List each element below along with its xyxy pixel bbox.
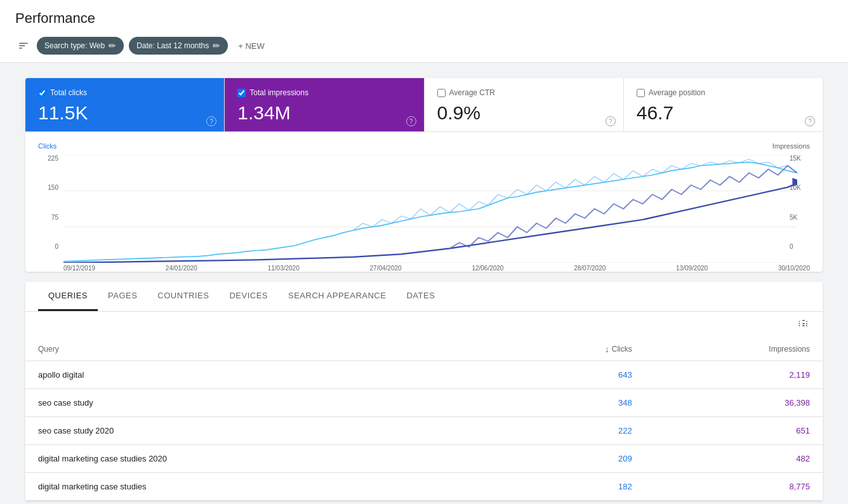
search-type-chip[interactable]: Search type: Web ✏ xyxy=(37,37,124,55)
query-cell: seo case study 2020 xyxy=(25,417,504,445)
metric-average-ctr[interactable]: Average CTR 0.9% ? xyxy=(425,78,624,131)
chart-right-label: Impressions xyxy=(772,142,810,150)
clicks-checkbox[interactable] xyxy=(38,89,46,97)
position-value: 46.7 xyxy=(637,102,810,124)
clicks-label: Total clicks xyxy=(50,88,87,97)
tabs-card: QUERIES PAGES COUNTRIES DEVICES SEARCH A… xyxy=(25,282,823,501)
impressions-label: Total impressions xyxy=(249,88,308,97)
table-row[interactable]: seo case study 348 36,398 xyxy=(25,389,823,417)
tab-countries[interactable]: COUNTRIES xyxy=(147,282,219,311)
page-title: Performance xyxy=(15,10,833,27)
position-checkbox[interactable] xyxy=(637,89,645,97)
filter-table-button[interactable] xyxy=(797,317,810,333)
toolbar: Search type: Web ✏ Date: Last 12 months … xyxy=(15,37,833,62)
y-axis-right: 15K 10K 5K 0 xyxy=(790,155,810,250)
impressions-cell: 8,775 xyxy=(645,473,823,501)
ctr-help-icon[interactable]: ? xyxy=(606,116,616,126)
position-label: Average position xyxy=(649,88,705,97)
new-button[interactable]: + NEW xyxy=(233,37,270,55)
impressions-checkbox[interactable] xyxy=(237,89,246,97)
metric-total-impressions[interactable]: Total impressions 1.34M ? xyxy=(225,78,424,131)
impressions-cell: 2,119 xyxy=(645,361,823,389)
query-cell: apollo digital xyxy=(25,361,504,389)
col-query-header: Query xyxy=(25,338,504,361)
metrics-card: Total clicks 11.5K ? Total impressions 1… xyxy=(25,78,823,272)
col-clicks-header[interactable]: ↓ Clicks xyxy=(504,338,645,361)
clicks-cell: 348 xyxy=(504,389,645,417)
filter-icon-button[interactable] xyxy=(15,37,32,54)
y-axis-left: 225 150 75 0 xyxy=(38,155,58,250)
clicks-help-icon[interactable]: ? xyxy=(206,116,216,126)
ctr-value: 0.9% xyxy=(437,102,611,124)
edit-icon: ✏ xyxy=(213,41,220,51)
metric-total-clicks[interactable]: Total clicks 11.5K ? xyxy=(25,78,225,131)
clicks-cell: 209 xyxy=(504,445,645,473)
chart-svg xyxy=(63,155,797,263)
tab-pages[interactable]: PAGES xyxy=(98,282,147,311)
tab-dates[interactable]: DATES xyxy=(396,282,445,311)
query-cell: seo case study xyxy=(25,389,504,417)
chart-left-label: Clicks xyxy=(38,142,56,150)
chart-area: Clicks Impressions 225 150 75 0 15K 10K … xyxy=(25,132,823,272)
date-chip[interactable]: Date: Last 12 months ✏ xyxy=(129,37,228,55)
metrics-row: Total clicks 11.5K ? Total impressions 1… xyxy=(25,78,823,132)
ctr-checkbox[interactable] xyxy=(437,89,446,97)
data-table: Query ↓ Clicks Impressions apollo digita… xyxy=(25,338,823,501)
impressions-cell: 36,398 xyxy=(645,389,823,417)
clicks-cell: 182 xyxy=(504,473,645,501)
edit-icon: ✏ xyxy=(109,41,116,51)
col-impressions-header: Impressions xyxy=(645,338,823,361)
impressions-cell: 482 xyxy=(645,445,823,473)
table-row[interactable]: seo case study 2020 222 651 xyxy=(25,417,823,445)
impressions-value: 1.34M xyxy=(237,102,411,124)
clicks-value: 11.5K xyxy=(38,102,211,124)
query-cell: digital marketing case studies 2020 xyxy=(25,445,504,473)
table-row[interactable]: digital marketing case studies 182 8,775 xyxy=(25,473,823,501)
tabs-row: QUERIES PAGES COUNTRIES DEVICES SEARCH A… xyxy=(25,282,823,312)
position-help-icon[interactable]: ? xyxy=(805,116,815,126)
sort-arrow-icon: ↓ xyxy=(605,344,609,354)
impressions-cell: 651 xyxy=(645,417,823,445)
impressions-help-icon[interactable]: ? xyxy=(406,116,416,126)
table-row[interactable]: apollo digital 643 2,119 xyxy=(25,361,823,389)
table-toolbar xyxy=(25,312,823,338)
metric-average-position[interactable]: Average position 46.7 ? xyxy=(624,78,823,131)
query-cell: digital marketing case studies xyxy=(25,473,504,501)
table-row[interactable]: digital marketing case studies 2020 209 … xyxy=(25,445,823,473)
clicks-cell: 222 xyxy=(504,417,645,445)
page-header: Performance Search type: Web ✏ Date: Las… xyxy=(0,0,848,63)
x-axis-labels: 09/12/2019 24/01/2020 11/03/2020 27/04/2… xyxy=(38,265,810,272)
clicks-cell: 643 xyxy=(504,361,645,389)
tab-search-appearance[interactable]: SEARCH APPEARANCE xyxy=(278,282,396,311)
ctr-label: Average CTR xyxy=(449,88,495,97)
main-content: Total clicks 11.5K ? Total impressions 1… xyxy=(0,63,848,504)
tab-queries[interactable]: QUERIES xyxy=(38,282,98,311)
tab-devices[interactable]: DEVICES xyxy=(219,282,278,311)
